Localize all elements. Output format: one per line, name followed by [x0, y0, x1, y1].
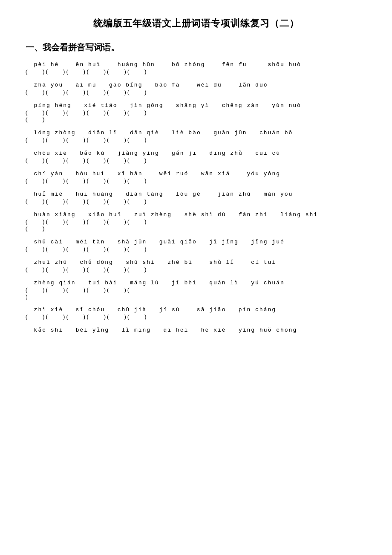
blank-line-8: ( ) ( ) ( ) ( ) ( ) ( ) — [26, 246, 366, 253]
vocab-section: pèi hé ēn huì huáng hūn bō zhǒng fēn fu … — [26, 61, 366, 333]
blank-line-0: ( ) ( ) ( ) ( ) ( ) ( ) — [26, 69, 366, 75]
pinyin-line-6: huǐ miè huī huáng diàn táng lóu gé jiàn … — [26, 191, 366, 197]
vocab-row-10: zhèng qián tuí bài máng lù jǐ bèi quán l… — [26, 279, 366, 301]
pinyin-line-4: chóu xiè bǎo kù jiǎng yíng gǎn jī dīng z… — [26, 150, 366, 156]
pinyin-line-7: huàn xiǎng xiāo huǐ zuì zhèng shè shì dù… — [26, 211, 366, 218]
blank-line-7: ( ) ( ) ( ) ( ) ( ) ( ) ( ) — [26, 219, 366, 232]
pinyin-line-9: zhuī zhú chǔ dōng shū shì zhē bì shǔ lǐ … — [26, 259, 366, 266]
blank-line-10: ( ) ( ) ( ) ( ) ( ) ( ) — [26, 287, 366, 301]
blank-line-4: ( ) ( ) ( ) ( ) ( ) ( ) — [26, 157, 366, 164]
blank-line-1: ( ) ( ) ( ) ( ) ( ) ( ) — [26, 89, 366, 96]
vocab-row-4: chóu xiè bǎo kù jiǎng yíng gǎn jī dīng z… — [26, 150, 366, 164]
blank-line-11: ( ) ( ) ( ) ( ) ( ) ( ) — [26, 314, 366, 321]
pinyin-line-5: chí yán hòu huǐ xī hǎn wēi ruó wǎn xiá y… — [26, 170, 366, 177]
pinyin-line-11: zhì xiè sī chóu chū jià jí sù sā jiāo pí… — [26, 306, 366, 313]
blank-line-2: ( ) ( ) ( ) ( ) ( ) ( ) ( ) — [26, 110, 366, 123]
pinyin-line-12: kǎo shì bèi yǐng lǐ míng qī hēi hé xié y… — [26, 327, 366, 333]
vocab-row-3: lóng zhòng diǎn lǐ dǎn qiè liè bào guān … — [26, 129, 366, 144]
vocab-row-2: píng héng xié tiáo jìn gōng shāng yì chē… — [26, 102, 366, 123]
vocab-row-0: pèi hé ēn huì huáng hūn bō zhǒng fēn fu … — [26, 61, 366, 75]
vocab-row-7: huàn xiǎng xiāo huǐ zuì zhèng shè shì dù… — [26, 211, 366, 232]
blank-line-9: ( ) ( ) ( ) ( ) ( ) ( ) — [26, 266, 366, 273]
vocab-row-5: chí yán hòu huǐ xī hǎn wēi ruó wǎn xiá y… — [26, 170, 366, 185]
blank-line-5: ( ) ( ) ( ) ( ) ( ) ( ) — [26, 178, 366, 185]
vocab-row-9: zhuī zhú chǔ dōng shū shì zhē bì shǔ lǐ … — [26, 259, 366, 273]
vocab-row-8: shū cài méi tàn shā jūn guāi qiǎo jī jǐn… — [26, 238, 366, 253]
page-title: 统编版五年级语文上册词语专项训练复习（二） — [26, 17, 366, 30]
vocab-row-6: huǐ miè huī huáng diàn táng lóu gé jiàn … — [26, 191, 366, 205]
pinyin-line-2: píng héng xié tiáo jìn gōng shāng yì chē… — [26, 102, 366, 109]
blank-line-3: ( ) ( ) ( ) ( ) ( ) ( ) — [26, 137, 366, 144]
blank-line-6: ( ) ( ) ( ) ( ) ( ) ( ) — [26, 198, 366, 205]
pinyin-line-8: shū cài méi tàn shā jūn guāi qiǎo jī jǐn… — [26, 238, 366, 245]
vocab-row-11: zhì xiè sī chóu chū jià jí sù sā jiāo pí… — [26, 306, 366, 321]
vocab-row-1: zhà yóu ài mù gāo bǐng bào fā wéi dú lǎn… — [26, 81, 366, 96]
pinyin-line-1: zhà yóu ài mù gāo bǐng bào fā wéi dú lǎn… — [26, 81, 366, 88]
pinyin-line-3: lóng zhòng diǎn lǐ dǎn qiè liè bào guān … — [26, 129, 366, 136]
section1-title: 一、我会看拼音写词语。 — [26, 42, 366, 53]
pinyin-line-0: pèi hé ēn huì huáng hūn bō zhǒng fēn fu … — [26, 61, 366, 68]
pinyin-line-10: zhèng qián tuí bài máng lù jǐ bèi quán l… — [26, 279, 366, 286]
vocab-row-12: kǎo shì bèi yǐng lǐ míng qī hēi hé xié y… — [26, 327, 366, 333]
